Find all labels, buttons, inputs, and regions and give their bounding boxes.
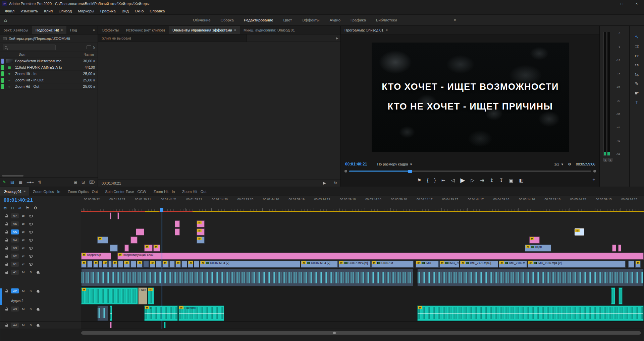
- solo-button[interactable]: S: [28, 288, 34, 293]
- workspace-tab[interactable]: Эффекты: [302, 18, 319, 22]
- timeline-clip[interactable]: fx: [197, 228, 205, 235]
- sync-lock-icon[interactable]: ⇄: [20, 246, 26, 251]
- timeline-clip[interactable]: fx: [81, 287, 138, 304]
- panel-menu-icon[interactable]: ≡: [386, 28, 388, 32]
- lift-icon[interactable]: ↥: [490, 178, 494, 183]
- menu-item[interactable]: Окно: [132, 9, 147, 13]
- voiceover-record-icon[interactable]: [35, 288, 41, 293]
- panel-tab[interactable]: Spin Center Ease - CCW: [102, 187, 150, 196]
- track-select-forward-tool-icon[interactable]: ⇉: [635, 44, 639, 49]
- playhead-marker[interactable]: [160, 208, 163, 212]
- timeline-clip[interactable]: [136, 228, 144, 235]
- timeline-clip[interactable]: [124, 245, 129, 252]
- track-name[interactable]: V5: [11, 229, 19, 234]
- playhead-line[interactable]: [162, 212, 162, 329]
- menu-item[interactable]: Файл: [2, 9, 17, 13]
- track-header-v6[interactable]: V6⇄: [0, 220, 81, 228]
- comparison-view-icon[interactable]: ◧: [519, 178, 524, 183]
- sort-icon[interactable]: ⇅: [38, 180, 41, 185]
- timeline-clip[interactable]: fx: [197, 220, 205, 227]
- label-color-swatch[interactable]: [1, 71, 4, 76]
- project-hscrollbar[interactable]: [1, 174, 96, 177]
- track-header-v5[interactable]: V5⇄: [0, 228, 81, 236]
- snap-icon[interactable]: ⊓: [11, 206, 14, 210]
- program-settings-wrench-icon[interactable]: ⚙: [568, 162, 571, 166]
- writable-pencil-icon[interactable]: ✎: [3, 180, 6, 185]
- panel-menu-icon[interactable]: ≡: [234, 28, 236, 32]
- add-marker-icon[interactable]: ⚑: [26, 206, 30, 210]
- toggle-track-output-icon[interactable]: [28, 229, 34, 234]
- label-color-swatch[interactable]: [1, 59, 4, 64]
- timeline-clip[interactable]: fx: [148, 287, 154, 304]
- timeline-clip[interactable]: [117, 212, 119, 219]
- panel-tab[interactable]: Элементы управления эффектами≡: [169, 26, 240, 34]
- timeline-clip[interactable]: fx: [197, 236, 205, 244]
- sync-lock-icon[interactable]: ⇄: [20, 229, 26, 234]
- timeline-clip[interactable]: [628, 261, 634, 268]
- track-header-a4[interactable]: A4MS: [0, 322, 81, 329]
- play-icon[interactable]: ▶: [461, 177, 465, 184]
- scroll-grip-right[interactable]: [593, 170, 596, 173]
- timeline-clip[interactable]: fx: [188, 261, 193, 268]
- panel-tab[interactable]: Под: [66, 26, 80, 34]
- menu-item[interactable]: Справка: [147, 9, 168, 13]
- track-lock-icon[interactable]: [4, 237, 9, 243]
- list-view-icon[interactable]: ▤: [10, 180, 14, 185]
- timeline-clip[interactable]: fxC0007.MP4 [V]: [200, 261, 300, 268]
- add-marker-icon[interactable]: ⚑: [417, 178, 421, 183]
- timeline-clip[interactable]: [81, 269, 413, 286]
- resolution-dropdown[interactable]: 1/2 ▾: [554, 162, 563, 166]
- panel-tab[interactable]: Эпизод 01≡: [0, 187, 29, 196]
- menu-item[interactable]: Изменить: [17, 9, 41, 13]
- project-item-row[interactable]: Ворожбитов Инстаграм.mo30,00 к: [0, 58, 98, 64]
- panel-tab[interactable]: Эффекты: [98, 26, 122, 34]
- panel-overflow-icon[interactable]: »: [93, 26, 98, 34]
- item-name[interactable]: Zoom Hit - Out: [15, 84, 81, 88]
- timeline-clip[interactable]: fxC0007.M: [371, 261, 414, 268]
- timeline-clip[interactable]: fx: [103, 261, 108, 268]
- mute-button[interactable]: M: [20, 306, 26, 312]
- item-name[interactable]: Ворожбитов Инстаграм.mo: [15, 59, 81, 63]
- scrubber-playhead[interactable]: [408, 170, 412, 173]
- menu-item[interactable]: Эпизод: [56, 9, 75, 13]
- timeline-clip[interactable]: fxП: [144, 305, 178, 321]
- mute-button[interactable]: M: [20, 270, 26, 275]
- linked-selection-icon[interactable]: ∞: [18, 206, 21, 210]
- workspace-tab[interactable]: Сборка: [221, 18, 234, 22]
- breadcrumb[interactable]: Хейтеры.prproj\Переходы\ZOOM\Hit: [0, 35, 98, 43]
- timeline-clip[interactable]: fxIMG_71: [439, 261, 459, 268]
- track-name[interactable]: V1: [11, 262, 19, 267]
- timeline-clip[interactable]: fxКорректирующий слой: [117, 253, 644, 260]
- project-item-row[interactable]: ≈Zoom Hit - Out25,00 к: [0, 83, 98, 90]
- video-frame[interactable]: КТО ХОЧЕТ - ИЩЕТ ВОЗМОЖНОСТИ КТО НЕ ХОЧЕ…: [372, 43, 569, 152]
- timeline-clip[interactable]: fxC0007.MP4 [V]: [301, 261, 338, 268]
- track-name[interactable]: V7: [11, 213, 19, 218]
- toggle-track-output-icon[interactable]: [28, 254, 34, 259]
- track-header-v7[interactable]: V7⇄: [0, 212, 81, 220]
- item-name[interactable]: Zoom Hit - In Out: [15, 78, 81, 82]
- timeline-clip[interactable]: fx: [93, 261, 98, 268]
- item-name[interactable]: 119uld PHONK-AMNESIA-ki: [15, 65, 83, 69]
- toggle-track-output-icon[interactable]: [28, 246, 34, 251]
- minimize-button[interactable]: —: [600, 0, 614, 7]
- track-select-strip[interactable]: [0, 244, 2, 252]
- track-header-a1[interactable]: A1MS: [0, 268, 81, 287]
- label-color-swatch[interactable]: [1, 78, 4, 83]
- timeline-clip[interactable]: Пост: [138, 287, 147, 304]
- timeline-clip[interactable]: [110, 245, 118, 252]
- toggle-track-output-icon[interactable]: [28, 262, 34, 267]
- solo-button[interactable]: S: [28, 323, 34, 328]
- timeline-clip[interactable]: [181, 261, 187, 268]
- track-lock-icon[interactable]: [4, 306, 9, 312]
- mute-button[interactable]: M: [20, 323, 26, 328]
- track-lock-icon[interactable]: [4, 262, 9, 267]
- track-name[interactable]: A1: [11, 270, 19, 275]
- track-select-strip[interactable]: [0, 322, 2, 329]
- timeline-timecode[interactable]: 00:01:40:21: [4, 197, 33, 203]
- panel-tab[interactable]: Zoom Optics - In: [29, 187, 64, 196]
- timeline-clip[interactable]: [417, 269, 644, 286]
- play-around-icon[interactable]: ▶: [323, 181, 326, 185]
- timeline-clip[interactable]: [130, 236, 138, 244]
- voiceover-record-icon[interactable]: [35, 270, 41, 275]
- timeline-clip[interactable]: fxIMG_7176.mp4 [: [460, 261, 498, 268]
